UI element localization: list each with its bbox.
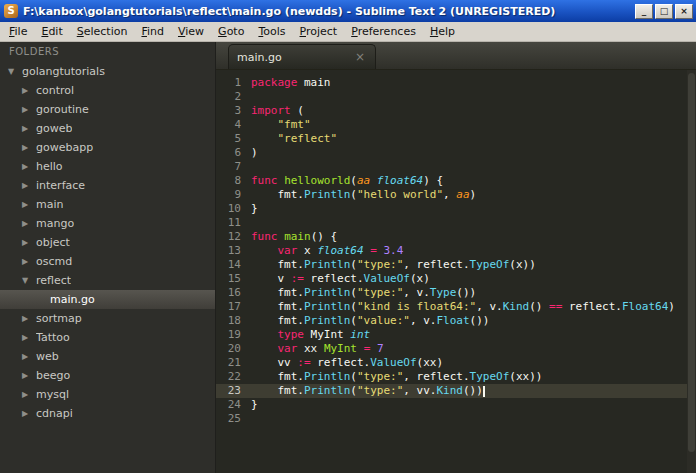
menu-item-help[interactable]: Help	[423, 23, 462, 40]
code-line-1[interactable]: 1package main	[216, 76, 696, 90]
tab-main-go[interactable]: main.go ×	[228, 44, 376, 69]
line-content: }	[251, 398, 258, 412]
chevron-collapsed-icon[interactable]: ▶	[22, 195, 36, 214]
menu-item-selection[interactable]: Selection	[70, 23, 135, 40]
folder-item-goweb[interactable]: ▶goweb	[0, 119, 215, 138]
chevron-collapsed-icon[interactable]: ▶	[22, 252, 36, 271]
folder-item-hello[interactable]: ▶hello	[0, 157, 215, 176]
code-line-7[interactable]: 7	[216, 160, 696, 174]
code-line-18[interactable]: 18 fmt.Println("value:", v.Float())	[216, 314, 696, 328]
chevron-expanded-icon[interactable]: ▼	[8, 62, 22, 81]
scrollbar-thumb[interactable]	[688, 73, 695, 452]
folder-item-web[interactable]: ▶web	[0, 347, 215, 366]
line-content: vv := reflect.ValueOf(xx)	[251, 356, 443, 370]
folder-item-control[interactable]: ▶control	[0, 81, 215, 100]
folder-item-mango[interactable]: ▶mango	[0, 214, 215, 233]
tree-item-label: Tattoo	[36, 328, 70, 347]
editor-scrollbar[interactable]	[687, 70, 696, 473]
main-area: FOLDERS ▼golangtutorials▶control▶gorouti…	[0, 42, 696, 473]
code-line-10[interactable]: 10}	[216, 202, 696, 216]
menu-item-project[interactable]: Project	[293, 23, 345, 40]
folder-item-main[interactable]: ▶main	[0, 195, 215, 214]
file-item-main-go[interactable]: main.go	[0, 290, 215, 309]
code-line-20[interactable]: 20 var xx MyInt = 7	[216, 342, 696, 356]
menu-item-edit[interactable]: Edit	[34, 23, 69, 40]
folder-item-sortmap[interactable]: ▶sortmap	[0, 309, 215, 328]
code-line-23[interactable]: 23 fmt.Println("type:", vv.Kind())	[216, 384, 696, 398]
code-line-15[interactable]: 15 v := reflect.ValueOf(x)	[216, 272, 696, 286]
chevron-collapsed-icon[interactable]: ▶	[22, 100, 36, 119]
chevron-collapsed-icon[interactable]: ▶	[22, 157, 36, 176]
code-line-22[interactable]: 22 fmt.Println("type:", reflect.TypeOf(x…	[216, 370, 696, 384]
folder-item-reflect[interactable]: ▼reflect	[0, 271, 215, 290]
chevron-collapsed-icon[interactable]: ▶	[22, 328, 36, 347]
line-content: var x float64 = 3.4	[251, 244, 403, 258]
chevron-collapsed-icon[interactable]: ▶	[22, 385, 36, 404]
code-line-5[interactable]: 5 "reflect"	[216, 132, 696, 146]
line-number: 22	[216, 370, 241, 384]
code-line-12[interactable]: 12func main() {	[216, 230, 696, 244]
chevron-collapsed-icon[interactable]: ▶	[22, 347, 36, 366]
folder-item-gowebapp[interactable]: ▶gowebapp	[0, 138, 215, 157]
tree-item-label: reflect	[36, 271, 71, 290]
line-content: fmt.Println("type:", reflect.TypeOf(xx))	[251, 370, 542, 384]
folder-item-goroutine[interactable]: ▶goroutine	[0, 100, 215, 119]
maximize-button[interactable]: □	[655, 4, 673, 19]
tab-bar: main.go ×	[216, 42, 696, 70]
chevron-collapsed-icon[interactable]: ▶	[22, 119, 36, 138]
folder-item-beego[interactable]: ▶beego	[0, 366, 215, 385]
code-line-19[interactable]: 19 type MyInt int	[216, 328, 696, 342]
tree-item-label: web	[36, 347, 59, 366]
code-line-25[interactable]: 25	[216, 412, 696, 426]
chevron-collapsed-icon[interactable]: ▶	[22, 404, 36, 423]
tree-item-label: mango	[36, 214, 74, 233]
tree-item-label: mysql	[36, 385, 69, 404]
folder-item-interface[interactable]: ▶interface	[0, 176, 215, 195]
chevron-collapsed-icon[interactable]: ▶	[22, 366, 36, 385]
line-content: fmt.Println("type:", vv.Kind())	[251, 384, 485, 398]
code-line-17[interactable]: 17 fmt.Println("kind is float64:", v.Kin…	[216, 300, 696, 314]
tab-label: main.go	[237, 51, 353, 64]
code-line-2[interactable]: 2	[216, 90, 696, 104]
code-line-4[interactable]: 4 "fmt"	[216, 118, 696, 132]
chevron-collapsed-icon[interactable]: ▶	[22, 138, 36, 157]
menu-item-tools[interactable]: Tools	[251, 23, 292, 40]
minimize-button[interactable]: _	[635, 4, 653, 19]
line-number: 2	[216, 90, 241, 104]
chevron-collapsed-icon[interactable]: ▶	[22, 233, 36, 252]
code-line-6[interactable]: 6)	[216, 146, 696, 160]
code-line-24[interactable]: 24}	[216, 398, 696, 412]
folder-item-tattoo[interactable]: ▶Tattoo	[0, 328, 215, 347]
code-line-3[interactable]: 3import (	[216, 104, 696, 118]
menu-item-view[interactable]: View	[171, 23, 211, 40]
menu-item-goto[interactable]: Goto	[211, 23, 251, 40]
tab-close-icon[interactable]: ×	[353, 50, 367, 64]
chevron-expanded-icon[interactable]: ▼	[22, 271, 36, 290]
folder-item-mysql[interactable]: ▶mysql	[0, 385, 215, 404]
folder-item-cdnapi[interactable]: ▶cdnapi	[0, 404, 215, 423]
window-controls: _ □ ×	[635, 4, 693, 19]
code-line-16[interactable]: 16 fmt.Println("type:", v.Type())	[216, 286, 696, 300]
menu-item-find[interactable]: Find	[134, 23, 171, 40]
sidebar: FOLDERS ▼golangtutorials▶control▶gorouti…	[0, 42, 215, 473]
code-line-13[interactable]: 13 var x float64 = 3.4	[216, 244, 696, 258]
chevron-collapsed-icon[interactable]: ▶	[22, 214, 36, 233]
tree-item-label: hello	[36, 157, 63, 176]
code-line-8[interactable]: 8func helloworld(aa float64) {	[216, 174, 696, 188]
code-line-14[interactable]: 14 fmt.Println("type:", reflect.TypeOf(x…	[216, 258, 696, 272]
code-line-11[interactable]: 11	[216, 216, 696, 230]
chevron-collapsed-icon[interactable]: ▶	[22, 176, 36, 195]
line-content: var xx MyInt = 7	[251, 342, 384, 356]
menu-item-preferences[interactable]: Preferences	[344, 23, 423, 40]
close-button[interactable]: ×	[675, 4, 693, 19]
line-number: 25	[216, 412, 241, 426]
chevron-collapsed-icon[interactable]: ▶	[22, 309, 36, 328]
code-line-21[interactable]: 21 vv := reflect.ValueOf(xx)	[216, 356, 696, 370]
code-line-9[interactable]: 9 fmt.Println("hello world", aa)	[216, 188, 696, 202]
chevron-collapsed-icon[interactable]: ▶	[22, 81, 36, 100]
folder-item-golangtutorials[interactable]: ▼golangtutorials	[0, 62, 215, 81]
folder-item-oscmd[interactable]: ▶oscmd	[0, 252, 215, 271]
code-area[interactable]: 1package main23import (4 "fmt"5 "reflect…	[216, 70, 696, 473]
folder-item-object[interactable]: ▶object	[0, 233, 215, 252]
menu-item-file[interactable]: File	[2, 23, 34, 40]
